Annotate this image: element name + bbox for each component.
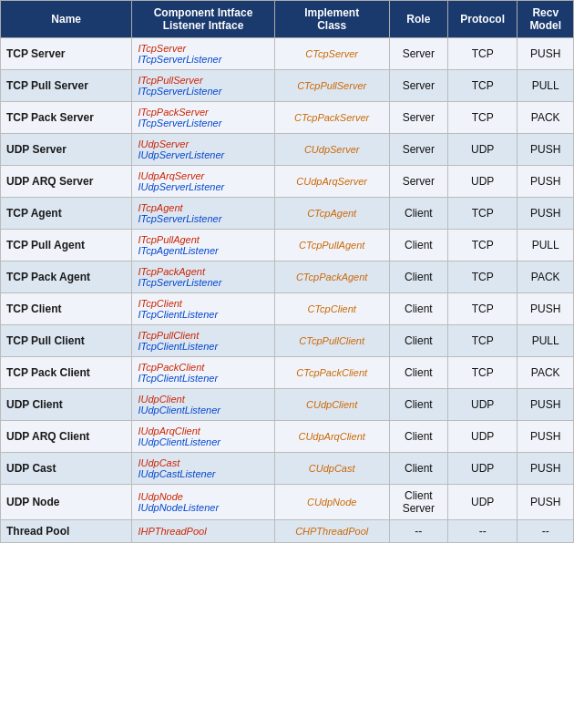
row-impl: CTcpPackServer xyxy=(274,102,389,134)
row-protocol: TCP xyxy=(447,325,518,357)
row-recv: PACK xyxy=(518,261,574,293)
table-row: UDP ClientIUdpClientIUdpClientListenerCU… xyxy=(1,389,574,421)
row-interface: IHPThreadPool xyxy=(132,520,274,543)
row-interface: ITcpPackClientITcpClientListener xyxy=(132,357,274,389)
row-interface: ITcpPullClientITcpClientListener xyxy=(132,325,274,357)
table-row: UDP CastIUdpCastIUdpCastListenerCUdpCast… xyxy=(1,453,574,485)
row-interface: ITcpServerITcpServerListener xyxy=(132,38,274,70)
row-impl: CTcpPullServer xyxy=(274,70,389,102)
row-impl: CUdpClient xyxy=(274,389,389,421)
row-impl: CUdpArqClient xyxy=(274,421,389,453)
row-name: TCP Server xyxy=(1,38,132,70)
row-role: ClientServer xyxy=(389,485,447,520)
row-interface: ITcpPullServerITcpServerListener xyxy=(132,70,274,102)
row-name: UDP ARQ Client xyxy=(1,421,132,453)
row-name: Thread Pool xyxy=(1,520,132,543)
table-row: TCP AgentITcpAgentITcpServerListenerCTcp… xyxy=(1,198,574,230)
row-role: Client xyxy=(389,453,447,485)
row-recv: PUSH xyxy=(518,134,574,166)
row-protocol: TCP xyxy=(447,293,518,325)
header-impl: ImplementClass xyxy=(274,1,389,38)
row-interface: IUdpCastIUdpCastListener xyxy=(132,453,274,485)
row-name: TCP Agent xyxy=(1,198,132,230)
row-name: UDP ARQ Server xyxy=(1,166,132,198)
table-row: TCP Pull ServerITcpPullServerITcpServerL… xyxy=(1,70,574,102)
header-interfaces: Component IntfaceListener Intface xyxy=(132,1,274,38)
row-interface: ITcpPackServerITcpServerListener xyxy=(132,102,274,134)
row-name: TCP Pull Client xyxy=(1,325,132,357)
row-protocol: TCP xyxy=(447,102,518,134)
row-recv: PACK xyxy=(518,357,574,389)
row-name: TCP Pull Agent xyxy=(1,230,132,261)
row-recv: PUSH xyxy=(518,453,574,485)
row-role: Client xyxy=(389,421,447,453)
row-protocol: TCP xyxy=(447,357,518,389)
table-row: UDP NodeIUdpNodeIUdpNodeListenerCUdpNode… xyxy=(1,485,574,520)
row-protocol: TCP xyxy=(447,198,518,230)
row-interface: IUdpArqClientIUdpClientListener xyxy=(132,421,274,453)
row-interface: ITcpPackAgentITcpServerListener xyxy=(132,261,274,293)
row-interface: IUdpArqServerIUdpServerListener xyxy=(132,166,274,198)
row-protocol: TCP xyxy=(447,70,518,102)
row-impl: CTcpPullAgent xyxy=(274,230,389,261)
row-role: Client xyxy=(389,357,447,389)
row-role: Client xyxy=(389,261,447,293)
row-protocol: TCP xyxy=(447,261,518,293)
row-interface: IUdpNodeIUdpNodeListener xyxy=(132,485,274,520)
row-role: Server xyxy=(389,38,447,70)
table-row: UDP ServerIUdpServerIUdpServerListenerCU… xyxy=(1,134,574,166)
row-name: TCP Pull Server xyxy=(1,70,132,102)
row-protocol: UDP xyxy=(447,134,518,166)
row-protocol: UDP xyxy=(447,485,518,520)
row-recv: PUSH xyxy=(518,421,574,453)
row-name: UDP Server xyxy=(1,134,132,166)
row-impl: CTcpPackAgent xyxy=(274,261,389,293)
row-impl: CTcpClient xyxy=(274,293,389,325)
row-impl: CHPThreadPool xyxy=(274,520,389,543)
row-impl: CTcpPullClient xyxy=(274,325,389,357)
table-row: TCP Pack AgentITcpPackAgentITcpServerLis… xyxy=(1,261,574,293)
table-row: TCP ClientITcpClientITcpClientListenerCT… xyxy=(1,293,574,325)
row-role: Server xyxy=(389,70,447,102)
row-name: UDP Cast xyxy=(1,453,132,485)
header-protocol: Protocol xyxy=(447,1,518,38)
table-row: TCP Pull AgentITcpPullAgentITcpAgentList… xyxy=(1,230,574,261)
row-interface: ITcpClientITcpClientListener xyxy=(132,293,274,325)
row-protocol: UDP xyxy=(447,166,518,198)
row-protocol: UDP xyxy=(447,421,518,453)
row-role: Client xyxy=(389,230,447,261)
row-impl: CTcpServer xyxy=(274,38,389,70)
row-name: UDP Client xyxy=(1,389,132,421)
row-recv: PULL xyxy=(518,230,574,261)
component-table: Name Component IntfaceListener Intface I… xyxy=(0,0,574,543)
row-impl: CTcpAgent xyxy=(274,198,389,230)
table-row: TCP ServerITcpServerITcpServerListenerCT… xyxy=(1,38,574,70)
row-recv: PUSH xyxy=(518,485,574,520)
row-role: Client xyxy=(389,325,447,357)
row-name: TCP Pack Client xyxy=(1,357,132,389)
row-protocol: TCP xyxy=(447,38,518,70)
row-interface: ITcpPullAgentITcpAgentListener xyxy=(132,230,274,261)
row-interface: IUdpClientIUdpClientListener xyxy=(132,389,274,421)
table-row: TCP Pack ServerITcpPackServerITcpServerL… xyxy=(1,102,574,134)
header-name: Name xyxy=(1,1,132,38)
row-protocol: UDP xyxy=(447,389,518,421)
row-role: Server xyxy=(389,134,447,166)
row-recv: PUSH xyxy=(518,293,574,325)
table-row: TCP Pull ClientITcpPullClientITcpClientL… xyxy=(1,325,574,357)
row-impl: CUdpServer xyxy=(274,134,389,166)
row-protocol: -- xyxy=(447,520,518,543)
row-impl: CUdpCast xyxy=(274,453,389,485)
row-interface: IUdpServerIUdpServerListener xyxy=(132,134,274,166)
table-row: UDP ARQ ServerIUdpArqServerIUdpServerLis… xyxy=(1,166,574,198)
row-recv: PULL xyxy=(518,325,574,357)
row-recv: PUSH xyxy=(518,198,574,230)
row-recv: -- xyxy=(518,520,574,543)
header-role: Role xyxy=(389,1,447,38)
row-role: -- xyxy=(389,520,447,543)
row-recv: PUSH xyxy=(518,389,574,421)
row-recv: PUSH xyxy=(518,166,574,198)
row-recv: PUSH xyxy=(518,38,574,70)
row-name: TCP Pack Agent xyxy=(1,261,132,293)
row-protocol: TCP xyxy=(447,230,518,261)
